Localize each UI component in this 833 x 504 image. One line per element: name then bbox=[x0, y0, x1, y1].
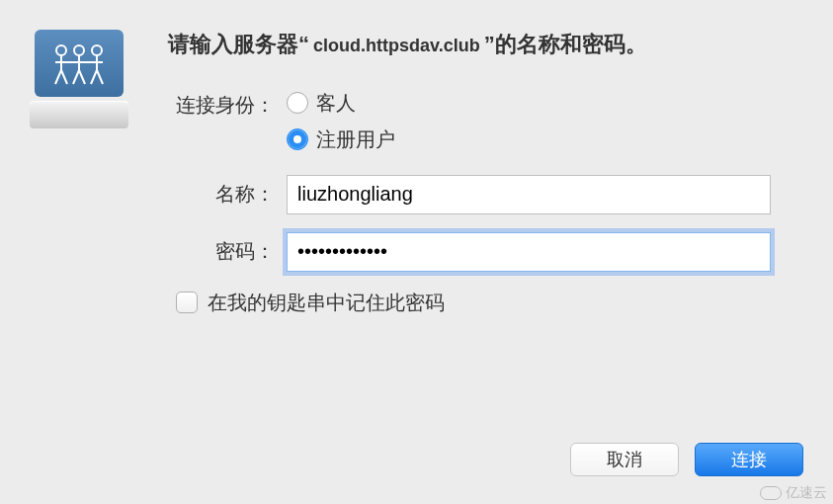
radio-registered-label: 注册用户 bbox=[316, 126, 395, 153]
radio-registered-user[interactable]: 注册用户 bbox=[287, 126, 803, 153]
watermark-text: 亿速云 bbox=[786, 484, 827, 502]
network-server-icon bbox=[30, 30, 128, 128]
cloud-icon bbox=[760, 486, 782, 500]
radio-icon-selected bbox=[287, 128, 308, 150]
identity-radio-group: 客人 注册用户 bbox=[287, 90, 803, 153]
watermark: 亿速云 bbox=[760, 484, 827, 502]
prompt-text: 请输入服务器“cloud.httpsdav.club”的名称和密码。 bbox=[168, 30, 803, 60]
identity-label: 连接身份： bbox=[168, 90, 287, 119]
button-row: 取消 连接 bbox=[570, 423, 833, 476]
remember-label: 在我的钥匙串中记住此密码 bbox=[208, 290, 445, 316]
people-icon bbox=[49, 39, 109, 88]
icon-column bbox=[30, 30, 138, 316]
server-hostname: cloud.httpsdav.club bbox=[309, 36, 484, 55]
radio-guest-label: 客人 bbox=[316, 90, 356, 117]
password-label: 密码： bbox=[168, 238, 287, 265]
svg-point-2 bbox=[92, 45, 102, 55]
checkbox-icon bbox=[176, 292, 198, 313]
remember-checkbox-row[interactable]: 在我的钥匙串中记住此密码 bbox=[176, 290, 803, 316]
prompt-prefix: 请输入服务器“ bbox=[168, 32, 309, 56]
cancel-button[interactable]: 取消 bbox=[570, 443, 679, 476]
identity-row: 连接身份： 客人 注册用户 bbox=[168, 90, 803, 153]
svg-point-0 bbox=[56, 45, 66, 55]
svg-point-1 bbox=[74, 45, 84, 55]
content-column: 请输入服务器“cloud.httpsdav.club”的名称和密码。 连接身份：… bbox=[168, 30, 803, 316]
password-row: 密码： bbox=[168, 232, 803, 272]
radio-guest[interactable]: 客人 bbox=[287, 90, 803, 117]
prompt-suffix: ”的名称和密码。 bbox=[484, 32, 647, 56]
server-auth-dialog: 请输入服务器“cloud.httpsdav.club”的名称和密码。 连接身份：… bbox=[0, 0, 833, 336]
name-label: 名称： bbox=[168, 181, 287, 208]
name-input[interactable] bbox=[287, 175, 771, 214]
password-input[interactable] bbox=[287, 232, 771, 272]
name-row: 名称： bbox=[168, 175, 803, 214]
radio-icon bbox=[287, 92, 308, 114]
connect-button[interactable]: 连接 bbox=[695, 443, 803, 476]
